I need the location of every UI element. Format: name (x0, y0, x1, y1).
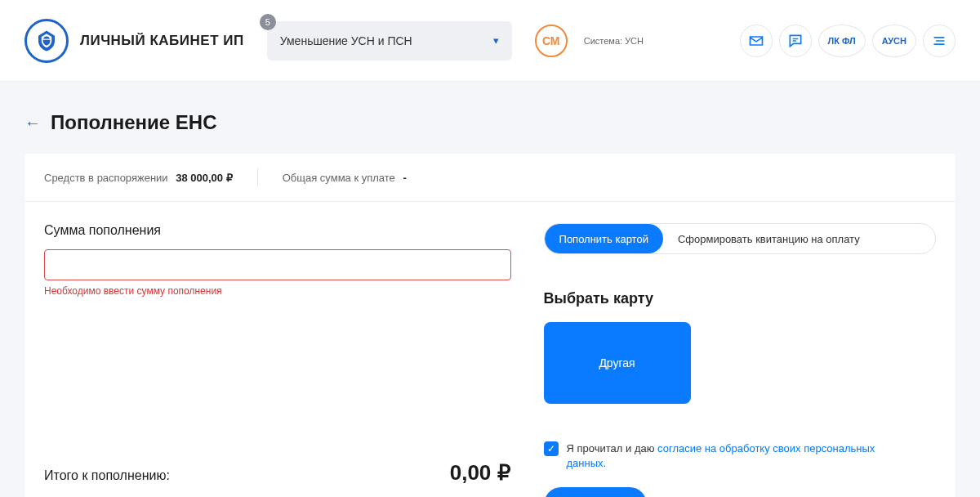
menu-button[interactable] (923, 25, 956, 57)
ausn-button[interactable]: АУСН (872, 25, 916, 57)
chevron-down-icon: ▾ (493, 34, 499, 47)
available-value: 38 000,00 ₽ (176, 172, 232, 184)
logo[interactable]: ЛИЧНЫЙ КАБИНЕТ ИП (24, 19, 244, 63)
logo-emblem (24, 19, 69, 63)
due-value: - (403, 172, 406, 184)
card-option-other[interactable]: Другая (544, 322, 691, 404)
chat-icon (787, 33, 804, 49)
site-title: ЛИЧНЫЙ КАБИНЕТ ИП (80, 33, 244, 49)
card-summary-bar: Средств в распоряжении 38 000,00 ₽ Общая… (24, 154, 956, 202)
eagle-icon (34, 29, 59, 53)
separator (257, 168, 258, 186)
notice-dropdown[interactable]: 5 Уменьшение УСН и ПСН ▾ (267, 21, 512, 60)
mail-icon (748, 33, 764, 49)
page-title-row: ← Пополнение ЕНС (24, 111, 956, 134)
header-actions: ЛК ФЛ АУСН (740, 25, 956, 57)
available-label: Средств в распоряжении (44, 172, 168, 184)
right-column: Пополнить картой Сформировать квитанцию … (544, 223, 936, 497)
notice-dropdown-label: Уменьшение УСН и ПСН (280, 34, 412, 47)
back-arrow-icon[interactable]: ← (24, 114, 41, 132)
page-title: Пополнение ЕНС (51, 111, 217, 134)
mail-button[interactable] (740, 25, 773, 57)
consent-row: ✓ Я прочитал и даю согласие на обработку… (544, 441, 936, 471)
lkfl-button[interactable]: ЛК ФЛ (818, 25, 866, 57)
due-label: Общая сумма к уплате (283, 172, 395, 184)
notice-badge: 5 (260, 14, 276, 30)
amount-label: Сумма пополнения (44, 223, 511, 238)
total-row: Итого к пополнению: 0,00 ₽ (44, 460, 511, 486)
header: ЛИЧНЫЙ КАБИНЕТ ИП 5 Уменьшение УСН и ПСН… (0, 0, 980, 82)
total-due: Общая сумма к уплате - (283, 172, 407, 184)
card-body: Сумма пополнения Необходимо ввести сумму… (24, 202, 956, 497)
consent-prefix: Я прочитал и даю (567, 442, 658, 454)
left-column: Сумма пополнения Необходимо ввести сумму… (44, 223, 544, 497)
chat-button[interactable] (779, 25, 812, 57)
menu-icon (931, 33, 947, 49)
available-funds: Средств в распоряжении 38 000,00 ₽ (44, 172, 233, 184)
total-label: Итого к пополнению: (44, 468, 170, 483)
select-card-label: Выбрать карту (544, 290, 936, 307)
total-value: 0,00 ₽ (450, 460, 511, 486)
main-card: Средств в распоряжении 38 000,00 ₽ Общая… (24, 154, 956, 497)
payment-tabs: Пополнить картой Сформировать квитанцию … (544, 223, 936, 254)
consent-checkbox[interactable]: ✓ (544, 441, 559, 456)
amount-input[interactable] (44, 249, 511, 280)
pay-button[interactable]: Оплатить (544, 487, 648, 497)
system-label: Система: УСН (584, 36, 644, 46)
avatar[interactable]: СМ (535, 25, 568, 57)
page: ← Пополнение ЕНС Средств в распоряжении … (0, 82, 980, 497)
tab-card[interactable]: Пополнить картой (545, 224, 663, 253)
consent-text: Я прочитал и даю согласие на обработку с… (567, 441, 877, 471)
amount-error: Необходимо ввести сумму пополнения (44, 285, 511, 297)
tab-receipt[interactable]: Сформировать квитанцию на оплату (663, 224, 875, 253)
